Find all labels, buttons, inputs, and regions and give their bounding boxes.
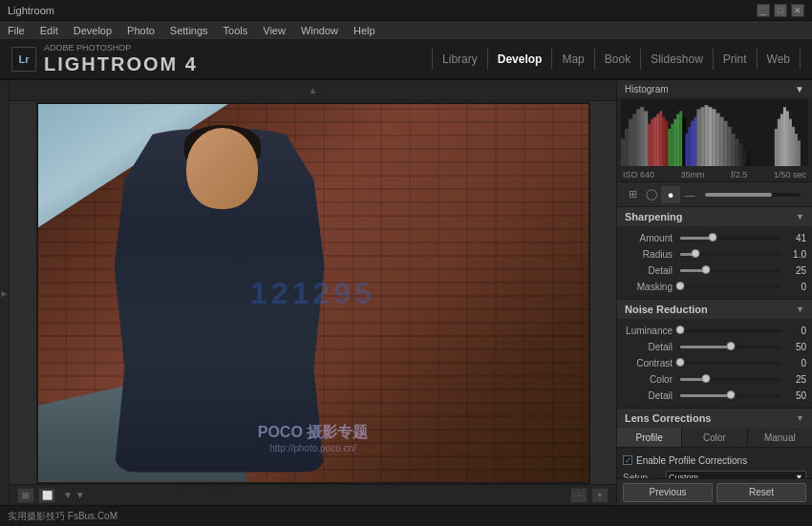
- lens-tab-manual[interactable]: Manual: [748, 428, 812, 447]
- main: ► ▲ 121295 POCO 摄影专题 htt: [0, 80, 812, 505]
- svg-rect-1: [625, 129, 629, 166]
- circle-tool-icon[interactable]: ◯: [642, 186, 661, 203]
- detail-sharp-slider[interactable]: [680, 269, 781, 272]
- line-tool-icon[interactable]: —: [680, 186, 699, 203]
- module-book[interactable]: Book: [595, 49, 641, 70]
- svg-rect-18: [679, 111, 682, 166]
- svg-rect-46: [798, 140, 801, 166]
- histogram-canvas: [621, 99, 808, 166]
- amount-slider[interactable]: [680, 237, 781, 240]
- right-panel: Histogram ▼: [616, 80, 812, 505]
- noise-reduction-title: Noise Reduction: [625, 304, 708, 315]
- left-panel-arrow: ►: [0, 287, 9, 298]
- menu-photo[interactable]: Photo: [125, 25, 157, 36]
- contrast-label: Contrast: [623, 358, 678, 368]
- previous-button[interactable]: Previous: [623, 483, 713, 502]
- adobe-text: ADOBE PHOTOSHOP: [44, 43, 198, 53]
- contrast-value: 0: [783, 358, 806, 368]
- tools-row: ⊞ ◯ ● —: [617, 182, 812, 207]
- titlebar-controls: _ □ ✕: [757, 4, 804, 17]
- histogram-header: Histogram ▼: [617, 80, 812, 97]
- color-value: 25: [783, 374, 806, 385]
- svg-rect-17: [676, 114, 679, 166]
- svg-rect-11: [659, 111, 662, 166]
- svg-rect-20: [685, 134, 688, 166]
- sharpening-header[interactable]: Sharpening ▼: [617, 207, 812, 226]
- bottom-coords: ▼ ▼: [63, 490, 85, 500]
- lens-corrections-section: Lens Corrections ▼ Profile Color Manual …: [617, 409, 812, 478]
- detail-color-slider[interactable]: [680, 394, 781, 397]
- module-develop[interactable]: Develop: [488, 49, 553, 70]
- grid-tool-icon[interactable]: ⊞: [623, 186, 642, 203]
- radius-value: 1.0: [783, 249, 806, 260]
- menu-tools[interactable]: Tools: [222, 25, 250, 36]
- lens-corrections-arrow: ▼: [796, 413, 804, 423]
- svg-rect-35: [739, 143, 743, 166]
- tool-slider[interactable]: [705, 193, 801, 197]
- lr-title: LIGHTROOM 4: [44, 53, 198, 75]
- enable-profile-label: Enable Profile Corrections: [636, 455, 747, 466]
- enable-profile-row: ✓ Enable Profile Corrections: [623, 452, 806, 469]
- lens-tab-color[interactable]: Color: [682, 428, 747, 447]
- grid-view-button[interactable]: ⊞: [17, 488, 34, 503]
- photo-frame: 121295 POCO 摄影专题 http://photo.poco.cn/: [36, 102, 590, 484]
- masking-label: Masking: [623, 282, 678, 292]
- module-print[interactable]: Print: [714, 49, 758, 70]
- menu-window[interactable]: Window: [299, 25, 340, 36]
- close-button[interactable]: ✕: [791, 4, 804, 17]
- left-panel[interactable]: ►: [0, 80, 10, 505]
- menu-settings[interactable]: Settings: [168, 25, 210, 36]
- menu-file[interactable]: File: [6, 25, 27, 36]
- sharpening-body: Amount 41 Radius 1.0: [617, 226, 812, 299]
- setup-select[interactable]: Custom ▼: [666, 471, 806, 478]
- luminance-slider[interactable]: [680, 329, 781, 332]
- module-library[interactable]: Library: [432, 49, 488, 70]
- app-bottom-text: 实用摄影技巧 FsBus.CoM: [8, 510, 118, 523]
- detail-color-row: Detail 50: [623, 388, 806, 403]
- svg-rect-34: [736, 138, 739, 166]
- enable-profile-checkbox[interactable]: ✓: [623, 455, 632, 465]
- photo-area: 121295 POCO 摄影专题 http://photo.poco.cn/: [10, 101, 616, 484]
- panel-bottom-buttons: Previous Reset: [617, 478, 812, 505]
- reset-button[interactable]: Reset: [716, 483, 806, 502]
- titlebar-left: Lightroom: [8, 5, 54, 16]
- lens-tab-profile[interactable]: Profile: [617, 428, 682, 447]
- svg-rect-16: [673, 119, 676, 166]
- noise-reduction-header[interactable]: Noise Reduction ▼: [617, 300, 812, 319]
- svg-rect-9: [653, 117, 656, 166]
- detail-nr-slider[interactable]: [680, 346, 781, 348]
- contrast-slider[interactable]: [680, 362, 781, 365]
- menu-develop[interactable]: Develop: [72, 25, 114, 36]
- minimize-button[interactable]: _: [757, 4, 770, 17]
- masking-slider[interactable]: [680, 285, 781, 288]
- module-web[interactable]: Web: [758, 49, 801, 70]
- svg-rect-14: [668, 129, 671, 166]
- menu-view[interactable]: View: [261, 25, 288, 36]
- luminance-row: Luminance 0: [623, 323, 806, 338]
- masking-row: Masking 0: [623, 279, 806, 294]
- detail-sharp-row: Detail 25: [623, 263, 806, 278]
- module-slideshow[interactable]: Slideshow: [641, 49, 714, 70]
- lens-corrections-header[interactable]: Lens Corrections ▼: [617, 409, 812, 428]
- radius-slider[interactable]: [680, 253, 781, 256]
- zoom-out-button[interactable]: -: [570, 488, 588, 503]
- histogram-arrow: ▼: [795, 84, 804, 95]
- color-slider[interactable]: [680, 378, 781, 381]
- dot-tool-icon[interactable]: ●: [661, 186, 680, 203]
- menu-help[interactable]: Help: [352, 25, 377, 36]
- sharpening-arrow: ▼: [796, 212, 804, 221]
- menubar: File Edit Develop Photo Settings Tools V…: [0, 21, 812, 40]
- zoom-in-button[interactable]: +: [591, 488, 609, 503]
- loupe-view-button[interactable]: ⬜: [38, 488, 55, 503]
- svg-rect-15: [671, 124, 673, 166]
- sharpening-title: Sharpening: [625, 211, 683, 222]
- top-toolbar: ▲: [10, 80, 616, 101]
- svg-rect-8: [651, 119, 653, 166]
- svg-rect-25: [700, 107, 704, 166]
- menu-edit[interactable]: Edit: [38, 25, 60, 36]
- detail-nr-label: Detail: [623, 342, 678, 352]
- module-map[interactable]: Map: [552, 49, 594, 70]
- maximize-button[interactable]: □: [774, 4, 787, 17]
- detail-sharp-label: Detail: [623, 265, 678, 276]
- detail-nr-value: 50: [783, 342, 806, 352]
